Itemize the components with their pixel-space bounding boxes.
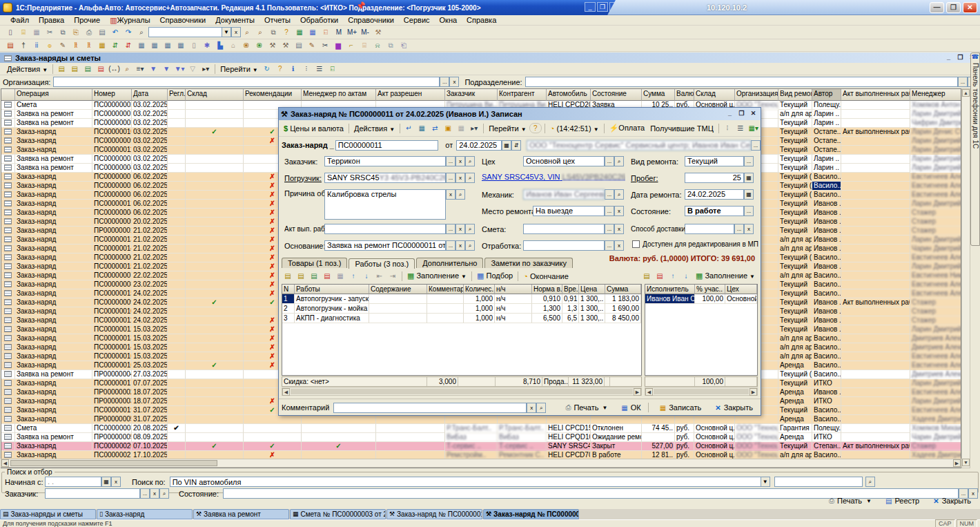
- cell[interactable]: Заказ-наряд: [15, 415, 92, 424]
- works-col-6[interactable]: Норма в..: [532, 285, 562, 294]
- works-indent1-icon[interactable]: ⇤: [373, 271, 386, 281]
- cell[interactable]: [1, 218, 15, 227]
- lock-icon[interactable]: ▣: [442, 123, 454, 133]
- cell[interactable]: Евстигнеев Алекса..: [910, 253, 961, 262]
- find-combo[interactable]: ▼: [148, 27, 231, 37]
- cell[interactable]: 07.10.2025: [132, 442, 168, 451]
- tmc-button[interactable]: Получившие ТМЦ: [647, 124, 716, 133]
- shop-input[interactable]: Основной цех: [523, 156, 605, 166]
- cell[interactable]: Заказ-наряд: [15, 379, 92, 388]
- org-info-field[interactable]: ООО "Техноцентр Сервис" Сервисный центр;…: [527, 140, 751, 151]
- works-col-8[interactable]: Цена: [579, 285, 605, 294]
- cell[interactable]: Чарин Дмитрий Ста..: [910, 433, 961, 442]
- cell[interactable]: Текущий: [778, 406, 812, 415]
- cell[interactable]: Текущий: [778, 379, 812, 388]
- cell[interactable]: [186, 379, 244, 388]
- dialog-help-icon[interactable]: ?: [529, 123, 542, 133]
- m-button[interactable]: M: [333, 27, 345, 37]
- cut-icon[interactable]: ✂: [43, 27, 56, 37]
- delivery-clear[interactable]: x: [744, 224, 754, 234]
- cell[interactable]: [186, 218, 244, 227]
- cell[interactable]: Иванов ..: [812, 325, 841, 334]
- akt-clear[interactable]: x: [455, 224, 465, 234]
- cell[interactable]: Иванов ..: [812, 245, 841, 253]
- cell[interactable]: 22.02.2025: [132, 271, 168, 280]
- works-cell[interactable]: 8 450,00: [605, 314, 641, 323]
- cell[interactable]: [1, 101, 15, 110]
- cell[interactable]: [1, 316, 15, 325]
- otrab-clear[interactable]: x: [614, 240, 624, 251]
- cell[interactable]: ПР00000002: [92, 388, 132, 397]
- col-header-5[interactable]: Склад: [186, 89, 244, 101]
- taskbar-tab-3[interactable]: ▦Смета № ПС00000003 от 20...: [290, 509, 386, 519]
- cell[interactable]: Акт выполненных работ ПС..: [841, 298, 910, 307]
- cell[interactable]: [186, 253, 244, 262]
- phone-panel-tab[interactable]: ☎ Панель телефонии для 1С: [970, 52, 980, 246]
- rdp-restore-button[interactable]: ❐: [946, 2, 961, 13]
- cell[interactable]: [168, 253, 186, 262]
- wrench2-icon[interactable]: ⚒: [280, 40, 292, 50]
- reason-open[interactable]: ⌕: [455, 189, 465, 200]
- dialog-close-button2[interactable]: ✕Закрыть: [710, 401, 758, 414]
- pen-icon[interactable]: ✎: [306, 40, 318, 50]
- dialog-save-button[interactable]: ▦Записать: [655, 401, 706, 414]
- refresh-icon[interactable]: ↻: [261, 64, 273, 74]
- cell[interactable]: ПС00000012: [92, 200, 132, 209]
- grid4-icon[interactable]: ▦: [175, 40, 187, 50]
- works-row[interactable]: 3АКПП - диагностика1,000н/ч6,5006,51 300…: [282, 314, 641, 323]
- cell[interactable]: [186, 271, 244, 280]
- cell[interactable]: Иванов ..: [812, 236, 841, 245]
- works-cell[interactable]: [641, 304, 642, 314]
- cell[interactable]: Текущий: [778, 325, 812, 334]
- exit2-icon[interactable]: ⎗: [398, 40, 410, 50]
- cell[interactable]: HELI CPQD10 ..: [547, 433, 591, 442]
- cell[interactable]: Текущий: [778, 101, 812, 110]
- cell[interactable]: [376, 424, 445, 433]
- col-header-6[interactable]: Рекомендации: [244, 89, 302, 101]
- cell[interactable]: руб.: [675, 442, 694, 451]
- cell[interactable]: Ларин ..: [812, 119, 841, 128]
- cell[interactable]: Заказ-наряд: [15, 218, 92, 227]
- cell[interactable]: а/п для аре..: [778, 271, 812, 280]
- cell[interactable]: а/п для аре..: [778, 245, 812, 253]
- cell[interactable]: [186, 334, 244, 343]
- cell[interactable]: Заказ-наряд: [15, 182, 92, 191]
- cell[interactable]: ПС00000014: [92, 245, 132, 253]
- works-cell[interactable]: Автопогрузчик - запуск двиг..: [295, 294, 369, 304]
- cell[interactable]: [498, 415, 547, 424]
- cell[interactable]: [1, 137, 15, 146]
- org-filter-input[interactable]: [53, 77, 440, 87]
- menu-11[interactable]: Справка: [462, 16, 501, 24]
- cell[interactable]: [168, 245, 186, 253]
- cell[interactable]: [1, 262, 15, 271]
- cell[interactable]: [841, 397, 910, 406]
- cell[interactable]: [186, 173, 244, 182]
- works-col-9[interactable]: Сумма: [605, 285, 641, 294]
- grid1-icon[interactable]: ▦: [135, 40, 148, 50]
- cell[interactable]: Васило..: [812, 415, 841, 424]
- cell[interactable]: Текущий: [778, 307, 812, 316]
- cell[interactable]: [1, 433, 15, 442]
- cell[interactable]: Дмитриев Алексан..: [910, 334, 961, 343]
- cell[interactable]: [186, 245, 244, 253]
- cell[interactable]: [841, 307, 910, 316]
- cell[interactable]: 25.03.2025: [132, 361, 168, 370]
- undo-icon[interactable]: ↶: [109, 27, 121, 37]
- cell[interactable]: Васило..: [812, 361, 841, 370]
- works-cell[interactable]: [641, 314, 642, 323]
- cell[interactable]: [168, 200, 186, 209]
- key-icon[interactable]: ⌐: [345, 40, 357, 50]
- lamp-icon[interactable]: ๏: [43, 40, 56, 50]
- cell[interactable]: [168, 334, 186, 343]
- cell[interactable]: [186, 119, 244, 128]
- exec-cell[interactable]: Иванов Иван Сер..: [645, 294, 695, 304]
- reason-clear[interactable]: x: [446, 189, 455, 200]
- col-header-20[interactable]: Менеджер: [910, 89, 961, 101]
- cell[interactable]: [168, 343, 186, 352]
- brush-icon[interactable]: ✎: [57, 40, 69, 50]
- works-cell[interactable]: н/ч: [495, 314, 532, 323]
- col-header-14[interactable]: Валю..: [675, 89, 694, 101]
- cell[interactable]: [376, 433, 445, 442]
- works-col-10[interactable]: %: [641, 285, 642, 294]
- cell[interactable]: Аренда: [778, 397, 812, 406]
